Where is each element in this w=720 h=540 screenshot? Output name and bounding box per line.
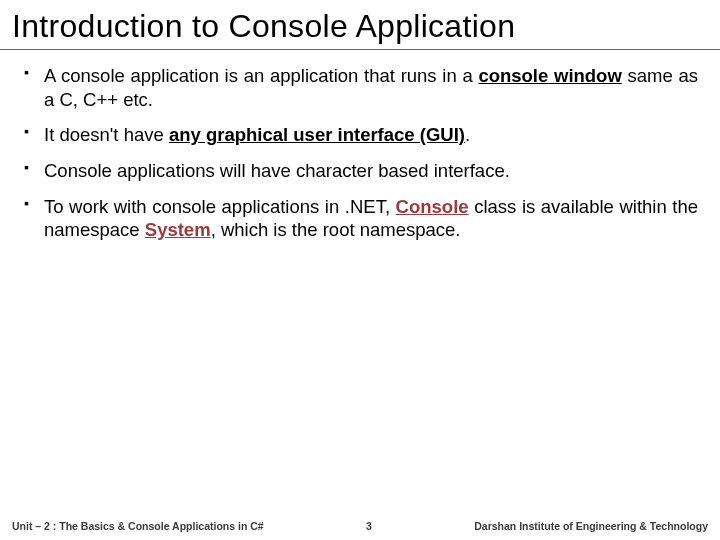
slide-title: Introduction to Console Application [0, 0, 720, 50]
text: Console applications will have character… [44, 160, 510, 181]
bullet-item: Console applications will have character… [22, 159, 698, 183]
text-keyword: System [145, 219, 211, 240]
slide-footer: Unit – 2 : The Basics & Console Applicat… [0, 510, 720, 540]
bullet-item: A console application is an application … [22, 64, 698, 111]
text-emphasis: console window [478, 65, 621, 86]
text: To work with console applications in .NE… [44, 196, 396, 217]
text: It doesn't have [44, 124, 169, 145]
slide: Introduction to Console Application A co… [0, 0, 720, 540]
text: , which is the root namespace. [211, 219, 461, 240]
bullet-item: To work with console applications in .NE… [22, 195, 698, 242]
text-emphasis: any graphical user interface (GUI) [169, 124, 465, 145]
text: A console application is an application … [44, 65, 478, 86]
bullet-item: It doesn't have any graphical user inter… [22, 123, 698, 147]
bullet-list: A console application is an application … [22, 64, 698, 242]
slide-body: A console application is an application … [0, 50, 720, 540]
footer-right: Darshan Institute of Engineering & Techn… [474, 520, 708, 532]
text: . [465, 124, 470, 145]
footer-left: Unit – 2 : The Basics & Console Applicat… [12, 520, 264, 532]
text-keyword: Console [396, 196, 469, 217]
footer-page-number: 3 [264, 520, 475, 532]
